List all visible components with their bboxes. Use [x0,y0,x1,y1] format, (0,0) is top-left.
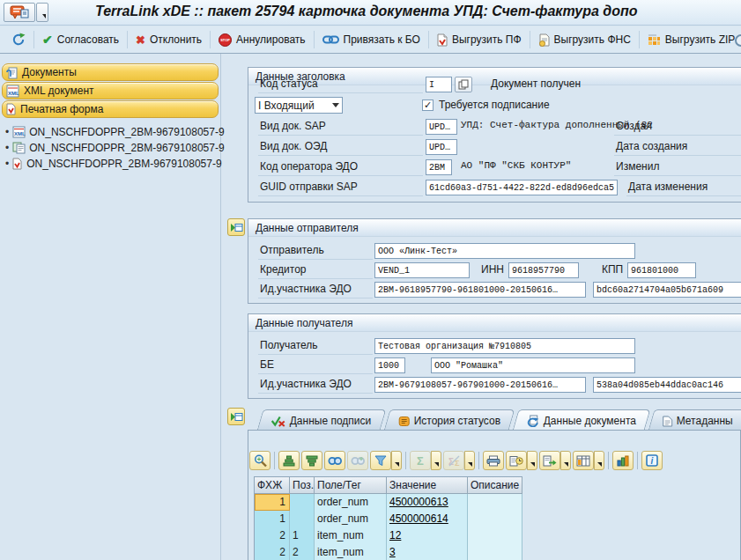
export-fns-button[interactable]: Выгрузить ФНС [532,31,637,49]
column-header-fhj[interactable]: ФХЖ [255,477,290,494]
tab-signature-data[interactable]: Данные подписи [257,409,386,431]
refresh-button[interactable] [5,30,32,49]
subtotal-button[interactable]: Σ Σ [443,451,464,470]
doc-oed-input[interactable] [426,139,457,155]
value-link[interactable]: 4500000613 [389,496,448,508]
creditor-label: Кредитор [258,262,373,279]
cell-pos[interactable]: 2 [290,544,315,560]
file-item-xml[interactable]: • XML ON_NSCHFDOPPR_2BM-9679108057-9 [5,124,225,139]
filter-dropdown[interactable] [391,451,402,470]
sender-input[interactable] [374,243,635,259]
subtotal-dropdown[interactable] [464,451,475,470]
edo-participant-input[interactable] [374,282,586,298]
sign-required-checkbox[interactable]: ✓ [422,99,433,111]
column-header-field[interactable]: Поле/Тег [315,477,387,494]
link-bo-button[interactable]: Привязать к БО [316,31,426,48]
tab-status-history[interactable]: История статусов [383,409,515,431]
cell-field[interactable]: order_num [315,511,387,527]
cell-desc[interactable] [468,511,522,527]
services-menu-button[interactable] [4,3,35,22]
creditor-input[interactable] [374,262,470,278]
direction-dropdown[interactable]: I Входящий [255,97,343,114]
edo-operator-input[interactable] [426,159,452,175]
export-pf-button[interactable]: Выгрузить ПФ [431,31,528,49]
edo-participant-label: Ид.участника ЭДО [258,281,373,298]
collapse-tabs-button[interactable] [227,408,245,425]
company-code-input[interactable] [374,357,405,373]
receiver-input[interactable] [374,338,635,354]
sidebar-button-documents[interactable]: Документы [2,63,219,81]
document-data-icon [527,415,540,427]
filter-button[interactable] [370,451,391,470]
find-button[interactable] [324,451,345,470]
cell-desc[interactable] [468,494,522,511]
alv-grid: ФХЖ Поз. Поле/Тег Значение Описание 1 or… [254,476,522,560]
sidebar: Документы XML XML документ Печатная форм… [0,54,221,560]
details-button[interactable] [249,451,270,470]
edo-participant-input[interactable] [374,377,586,393]
sort-ascending-button[interactable] [278,451,300,470]
services-menu-dropdown[interactable] [36,3,48,22]
cell-desc[interactable] [468,527,522,544]
export-dropdown[interactable] [560,451,571,470]
tab-metadata[interactable]: Метаданны [648,409,741,431]
annul-button[interactable]: STOP Аннулировать [212,31,311,49]
export-button[interactable] [539,451,560,470]
sidebar-button-print-form[interactable]: Печатная форма [2,100,219,118]
cell-fhj[interactable]: 2 [255,527,290,544]
find-next-button[interactable] [347,451,368,470]
column-header-pos[interactable]: Поз. [290,477,315,494]
status-code-input[interactable] [426,77,452,92]
edo-participant-guid-input[interactable] [593,377,741,393]
status-code-label: Код статуса [258,76,423,93]
cell-field[interactable]: item_num [315,544,387,560]
layout-dropdown[interactable] [594,451,604,470]
views-dropdown[interactable] [527,451,537,470]
cell-field[interactable]: order_num [315,494,387,511]
collapse-sender-button[interactable] [227,218,245,236]
inn-input[interactable] [508,262,579,278]
cell-pos[interactable] [290,494,315,511]
value-link[interactable]: 12 [389,529,401,542]
toolbar-separator [530,31,530,48]
cell-pos[interactable]: 1 [290,527,315,544]
annul-label: Аннулировать [236,33,305,46]
cell-field[interactable]: item_num [315,527,387,544]
main-toolbar: ✔ Согласовать ✖ Отклонить STOP Аннулиров… [0,26,741,54]
layout-button[interactable] [573,451,594,470]
sum-button[interactable]: Σ [410,451,431,470]
sort-descending-button[interactable] [301,451,322,470]
value-link[interactable]: 4500000614 [389,512,448,525]
approve-label: Согласовать [57,33,119,46]
guid-label: GUID отправки SAP [258,179,423,196]
multiple-values-button[interactable] [455,77,472,92]
graphics-button[interactable] [612,451,634,470]
print-button[interactable] [483,451,504,470]
file-item-copy[interactable]: • ON_NSCHFDOPPR_2BM-9679108057-9 [5,140,225,155]
toolbar-separator [210,31,211,48]
cell-fhj[interactable]: 2 [255,544,290,560]
alv-separator [274,452,275,469]
info-button[interactable]: i [641,451,663,470]
cell-pos[interactable] [290,511,315,527]
value-link[interactable]: 3 [389,546,396,558]
kpp-input[interactable] [627,262,696,278]
cell-fhj[interactable]: 1 [255,511,290,527]
cell-fhj[interactable]: 1 [255,494,290,511]
doc-sap-input[interactable] [426,119,457,135]
tab-document-data[interactable]: Данные документа [512,409,650,431]
column-header-desc[interactable]: Описание [468,477,522,494]
cell-desc[interactable] [468,544,522,560]
approve-button[interactable]: ✔ Согласовать [36,30,125,49]
sum-dropdown[interactable] [431,451,441,470]
bullet: • [5,158,9,170]
views-button[interactable] [506,451,527,470]
guid-input[interactable] [426,180,618,195]
export-zip-button[interactable]: Выгрузить ZIP [641,31,741,49]
column-header-value[interactable]: Значение [387,477,468,494]
reject-button[interactable]: ✖ Отклонить [130,31,208,49]
sidebar-button-xml[interactable]: XML XML документ [2,82,219,99]
edo-participant-guid-input[interactable] [593,282,741,298]
file-item-pdf[interactable]: • ON_NSCHFDOPPR_2BM-9679108057-9 [5,156,222,171]
company-name-input[interactable] [431,357,635,373]
